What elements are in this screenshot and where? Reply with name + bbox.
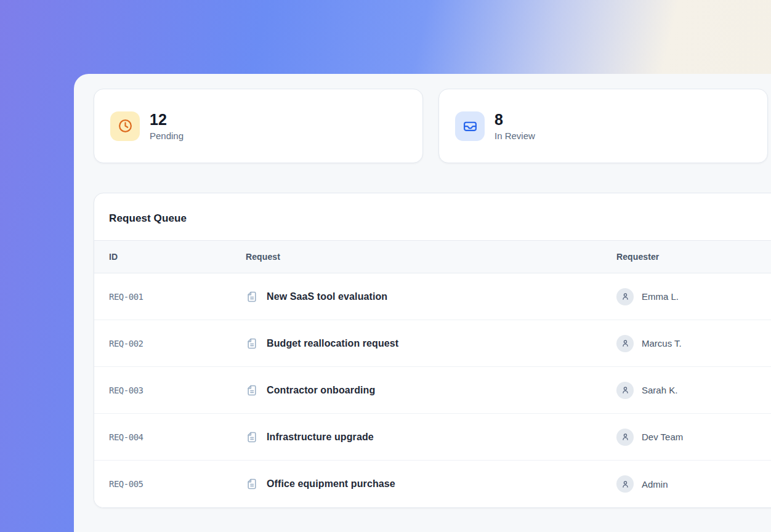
clock-icon: [110, 111, 140, 141]
request-title: Contractor onboarding: [267, 385, 375, 396]
table-header-row: ID Request Requester: [94, 240, 771, 273]
requester-name: Marcus T.: [642, 338, 682, 349]
stat-card-pending[interactable]: 12 Pending: [94, 89, 423, 163]
request-title: Infrastructure upgrade: [267, 432, 374, 443]
stat-text: 12 Pending: [150, 111, 184, 141]
requester-name: Sarah K.: [642, 385, 677, 395]
requester-cell: Dev Team: [602, 429, 771, 446]
table-row[interactable]: REQ-003 Contractor onboarding Sarah K.: [94, 367, 771, 414]
table-body: REQ-001 New SaaS tool evaluation Emma L.: [94, 273, 771, 507]
document-icon: [246, 478, 258, 490]
table-row[interactable]: REQ-001 New SaaS tool evaluation Emma L.: [94, 273, 771, 320]
stat-label-in-review: In Review: [494, 131, 535, 141]
stat-label-pending: Pending: [150, 131, 184, 141]
main-panel: 12 Pending 8 In Review Request Queue ID …: [74, 74, 771, 532]
stat-card-in-review[interactable]: 8 In Review: [438, 89, 768, 163]
column-header-id: ID: [94, 252, 231, 262]
request-title: Office equipment purchase: [267, 478, 395, 490]
stat-value-in-review: 8: [494, 111, 535, 129]
table-row[interactable]: REQ-002 Budget reallocation request Marc…: [94, 320, 771, 367]
request-id: REQ-002: [94, 339, 231, 349]
request-title: New SaaS tool evaluation: [267, 291, 387, 302]
stat-text: 8 In Review: [494, 111, 535, 141]
request-cell: Budget reallocation request: [231, 337, 602, 350]
requester-cell: Emma L.: [602, 288, 771, 305]
requester-name: Emma L.: [642, 291, 679, 302]
request-cell: Office equipment purchase: [231, 478, 602, 490]
avatar: [616, 475, 634, 493]
request-title: Budget reallocation request: [267, 338, 398, 349]
request-id: REQ-005: [94, 479, 231, 489]
requester-name: Dev Team: [642, 432, 683, 442]
avatar: [616, 382, 634, 399]
avatar: [616, 335, 634, 352]
requester-cell: Admin: [602, 475, 771, 493]
request-cell: New SaaS tool evaluation: [231, 291, 602, 303]
stats-row: 12 Pending 8 In Review: [94, 89, 771, 163]
request-id: REQ-003: [94, 385, 231, 395]
column-header-requester: Requester: [602, 252, 771, 262]
avatar: [616, 429, 634, 446]
requester-cell: Marcus T.: [602, 335, 771, 352]
inbox-icon: [455, 111, 485, 141]
request-id: REQ-001: [94, 292, 231, 302]
document-icon: [246, 431, 258, 443]
column-header-request: Request: [231, 252, 602, 262]
stat-value-pending: 12: [150, 111, 184, 129]
request-queue-card: Request Queue ID Request Requester REQ-0…: [94, 193, 771, 508]
document-icon: [246, 337, 258, 350]
document-icon: [246, 291, 258, 303]
request-cell: Contractor onboarding: [231, 384, 602, 397]
avatar: [616, 288, 634, 305]
table-row[interactable]: REQ-005 Office equipment purchase Admin: [94, 461, 771, 507]
request-cell: Infrastructure upgrade: [231, 431, 602, 443]
requester-cell: Sarah K.: [602, 382, 771, 399]
table-row[interactable]: REQ-004 Infrastructure upgrade Dev Team: [94, 414, 771, 461]
table-title: Request Queue: [94, 193, 771, 240]
document-icon: [246, 384, 258, 397]
requester-name: Admin: [642, 479, 668, 490]
request-id: REQ-004: [94, 432, 231, 442]
